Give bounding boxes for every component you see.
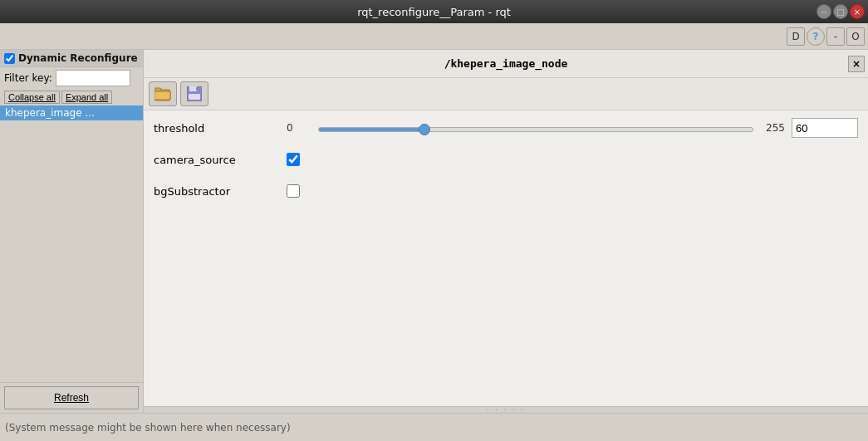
- d-button[interactable]: D: [787, 27, 805, 46]
- svg-rect-4: [189, 86, 197, 91]
- save-icon: [187, 86, 202, 101]
- tree-item-khepera[interactable]: khepera_image ...: [0, 105, 143, 120]
- toolbar-right: D ? - O: [787, 27, 865, 46]
- panel-close-button[interactable]: ×: [848, 56, 865, 72]
- left-panel-title: Dynamic Reconfigure: [18, 52, 138, 64]
- param-name-camera-source: camera_source: [154, 154, 287, 166]
- folder-open-icon: [154, 86, 171, 101]
- system-message: (System message might be shown here when…: [5, 422, 291, 434]
- save-icon-button[interactable]: [180, 81, 208, 106]
- open-icon-button[interactable]: [149, 81, 177, 106]
- dash-button[interactable]: -: [826, 27, 845, 46]
- close-button[interactable]: ×: [850, 4, 865, 19]
- threshold-value-input[interactable]: [792, 118, 858, 138]
- bottom-bar: (System message might be shown here when…: [0, 413, 868, 441]
- handle-dots-icon: · · · · ·: [487, 405, 526, 413]
- param-row-bgsubstractor: bgSubstractor: [154, 180, 858, 202]
- param-control-threshold: 0 255: [287, 118, 858, 138]
- collapse-all-button[interactable]: Collapse all: [4, 91, 60, 104]
- param-control-bgsubstractor: [287, 184, 858, 198]
- param-name-bgsubstractor: bgSubstractor: [154, 185, 287, 198]
- title-bar: rqt_reconfigure__Param - rqt − □ ×: [0, 0, 868, 23]
- minimize-button[interactable]: −: [817, 4, 831, 19]
- svg-rect-5: [189, 94, 200, 100]
- param-row-threshold: threshold 0 255: [154, 117, 858, 139]
- expand-all-button[interactable]: Expand all: [61, 91, 112, 104]
- slider-max-threshold: 255: [760, 122, 785, 134]
- slider-container-threshold: [318, 122, 753, 135]
- tree-list: khepera_image ...: [0, 105, 143, 382]
- refresh-button[interactable]: Refresh: [4, 386, 139, 409]
- o-button[interactable]: O: [846, 27, 865, 46]
- refresh-row: Refresh: [0, 382, 143, 413]
- param-name-threshold: threshold: [154, 122, 287, 135]
- filter-row: Filter key:: [0, 67, 143, 89]
- svg-rect-6: [196, 87, 199, 91]
- main-area: D ? - O Dynamic Reconfigure Filter key: …: [0, 23, 868, 441]
- slider-min-threshold: 0: [287, 122, 311, 134]
- svg-rect-1: [154, 88, 161, 91]
- bgsubstractor-checkbox[interactable]: [287, 184, 300, 198]
- right-panel-header: /khepera_image_node ×: [144, 50, 868, 78]
- filter-input[interactable]: [56, 70, 130, 86]
- content-area: Dynamic Reconfigure Filter key: Collapse…: [0, 50, 868, 413]
- right-panel: /khepera_image_node ×: [144, 50, 868, 413]
- param-control-camera-source: [287, 153, 858, 166]
- panel-resize-handle[interactable]: · · · · ·: [144, 406, 868, 413]
- filter-label: Filter key:: [4, 72, 52, 84]
- threshold-slider[interactable]: [318, 127, 753, 132]
- camera-source-checkbox[interactable]: [287, 153, 300, 166]
- top-toolbar: D ? - O: [0, 23, 868, 50]
- help-button[interactable]: ?: [807, 27, 825, 46]
- svg-rect-2: [154, 91, 170, 100]
- collapse-expand-row: Collapse all Expand all: [0, 89, 143, 105]
- right-panel-toolbar: [144, 78, 868, 110]
- param-row-camera-source: camera_source: [154, 149, 858, 170]
- params-area: threshold 0 255 camera_source: [144, 110, 868, 406]
- window-title: rqt_reconfigure__Param - rqt: [357, 6, 511, 18]
- dynamic-reconfigure-checkbox[interactable]: [4, 53, 15, 64]
- node-title: /khepera_image_node: [444, 57, 568, 70]
- restore-button[interactable]: □: [833, 4, 848, 19]
- left-panel: Dynamic Reconfigure Filter key: Collapse…: [0, 50, 144, 413]
- left-panel-header: Dynamic Reconfigure: [0, 50, 143, 67]
- title-bar-controls: − □ ×: [817, 4, 865, 19]
